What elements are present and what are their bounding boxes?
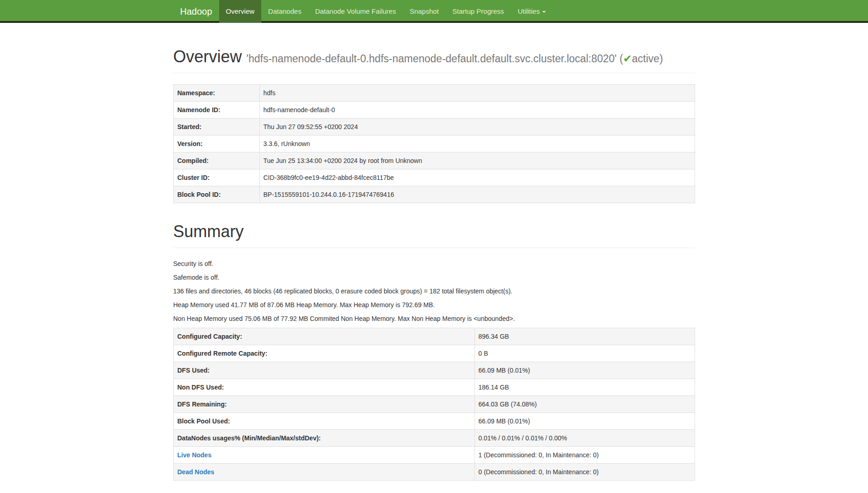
row-label: Dead Nodes — [173, 464, 474, 481]
nav-item-datanode-volume-failures: Datanode Volume Failures — [308, 0, 403, 23]
row-value: 66.09 MB (0.01%) — [474, 362, 695, 379]
table-row: Non DFS Used: 186.14 GB — [173, 379, 695, 396]
row-label: DFS Remaining: — [173, 396, 474, 413]
nav-item-snapshot: Snapshot — [403, 0, 445, 23]
nav-link-snapshot[interactable]: Snapshot — [403, 0, 445, 23]
table-row: Started: Thu Jun 27 09:52:55 +0200 2024 — [173, 119, 695, 135]
cluster-info-table: Namespace: hdfs Namenode ID: hdfs-nameno… — [173, 84, 695, 203]
nav-item-utilities: Utilities — [511, 0, 552, 23]
row-value: 3.3.6, rUnknown — [259, 135, 695, 152]
table-row: Live Nodes 1 (Decommissioned: 0, In Main… — [173, 447, 695, 464]
state-label: active) — [632, 53, 663, 65]
row-label: Live Nodes — [173, 447, 474, 464]
row-value: Thu Jun 27 09:52:55 +0200 2024 — [259, 119, 695, 135]
brand-hadoop[interactable]: Hadoop — [173, 0, 219, 23]
summary-section: Summary Security is off. Safemode is off… — [173, 222, 695, 481]
state-open-paren: ( — [620, 53, 623, 65]
main-nav: Overview Datanodes Datanode Volume Failu… — [219, 0, 553, 23]
nav-item-overview: Overview — [219, 0, 262, 23]
nav-link-overview[interactable]: Overview — [219, 0, 262, 23]
summary-table: Configured Capacity: 896.34 GB Configure… — [173, 328, 695, 481]
summary-line-safemode: Safemode is off. — [173, 273, 695, 282]
row-value: 1 (Decommissioned: 0, In Maintenance: 0) — [474, 447, 695, 464]
row-label: Non DFS Used: — [173, 379, 474, 396]
row-value: 664.03 GB (74.08%) — [474, 396, 695, 413]
table-row: Dead Nodes 0 (Decommissioned: 0, In Main… — [173, 464, 695, 481]
table-row: Version: 3.3.6, rUnknown — [173, 135, 695, 152]
row-label: Compiled: — [173, 152, 259, 169]
table-row: Block Pool Used: 66.09 MB (0.01%) — [173, 413, 695, 430]
live-nodes-link[interactable]: Live Nodes — [178, 451, 212, 459]
row-value: BP-1515559101-10.244.0.16-1719474769416 — [259, 186, 695, 203]
top-navbar: Hadoop Overview Datanodes Datanode Volum… — [0, 0, 868, 23]
nav-link-utilities-dropdown[interactable]: Utilities — [511, 0, 552, 23]
overview-header: Overview 'hdfs-namenode-default-0.hdfs-n… — [173, 47, 695, 73]
row-label: Block Pool ID: — [173, 186, 259, 203]
row-value: Tue Jun 25 13:34:00 +0200 2024 by root f… — [259, 152, 695, 169]
nav-item-startup-progress: Startup Progress — [446, 0, 511, 23]
row-value: hdfs — [259, 85, 695, 102]
table-row: Namespace: hdfs — [173, 85, 695, 102]
table-row: Block Pool ID: BP-1515559101-10.244.0.16… — [173, 186, 695, 203]
navbar-container: Hadoop Overview Datanodes Datanode Volum… — [167, 0, 702, 23]
table-row: Namenode ID: hdfs-namenode-default-0 — [173, 102, 695, 119]
row-value: 0 (Decommissioned: 0, In Maintenance: 0) — [474, 464, 695, 481]
caret-down-icon — [542, 11, 546, 13]
table-row: Compiled: Tue Jun 25 13:34:00 +0200 2024… — [173, 152, 695, 169]
page-content: Overview 'hdfs-namenode-default-0.hdfs-n… — [167, 23, 702, 481]
row-value: 0 B — [474, 345, 695, 362]
row-label: Namespace: — [173, 85, 259, 102]
summary-line-filesystem-objects: 136 files and directories, 46 blocks (46… — [173, 287, 695, 296]
nav-link-datanode-volume-failures[interactable]: Datanode Volume Failures — [308, 0, 403, 23]
row-label: DataNodes usages% (Min/Median/Max/stdDev… — [173, 430, 474, 447]
row-value: 186.14 GB — [474, 379, 695, 396]
summary-header: Summary — [173, 222, 695, 248]
summary-line-security: Security is off. — [173, 259, 695, 268]
check-icon: ✔ — [623, 53, 632, 65]
nav-link-datanodes[interactable]: Datanodes — [261, 0, 308, 23]
table-row: Configured Capacity: 896.34 GB — [173, 328, 695, 345]
summary-line-heap-memory: Heap Memory used 41.77 MB of 87.06 MB He… — [173, 300, 695, 309]
table-row: DataNodes usages% (Min/Median/Max/stdDev… — [173, 430, 695, 447]
row-label: Block Pool Used: — [173, 413, 474, 430]
table-row: Cluster ID: CID-368b9fc0-ee19-4d22-abbd-… — [173, 169, 695, 186]
page-title-text: Overview — [173, 47, 242, 66]
row-value: CID-368b9fc0-ee19-4d22-abbd-84fcec8117be — [259, 169, 695, 186]
table-row: DFS Used: 66.09 MB (0.01%) — [173, 362, 695, 379]
nav-item-datanodes: Datanodes — [261, 0, 308, 23]
page-title: Overview 'hdfs-namenode-default-0.hdfs-n… — [173, 47, 695, 66]
table-row: DFS Remaining: 664.03 GB (74.08%) — [173, 396, 695, 413]
row-label: Cluster ID: — [173, 169, 259, 186]
summary-title: Summary — [173, 222, 695, 241]
namenode-address-text: 'hdfs-namenode-default-0.hdfs-namenode-d… — [247, 53, 617, 65]
row-label: Configured Remote Capacity: — [173, 345, 474, 362]
row-value: hdfs-namenode-default-0 — [259, 102, 695, 119]
namenode-address: 'hdfs-namenode-default-0.hdfs-namenode-d… — [247, 53, 663, 65]
row-label: DFS Used: — [173, 362, 474, 379]
row-label: Started: — [173, 119, 259, 135]
row-label: Version: — [173, 135, 259, 152]
nav-link-startup-progress[interactable]: Startup Progress — [446, 0, 511, 23]
namenode-state: (✔active) — [620, 53, 663, 65]
row-label: Configured Capacity: — [173, 328, 474, 345]
row-label: Namenode ID: — [173, 102, 259, 119]
row-value: 896.34 GB — [474, 328, 695, 345]
dead-nodes-link[interactable]: Dead Nodes — [178, 468, 215, 476]
nav-link-utilities-label: Utilities — [518, 7, 539, 15]
row-value: 0.01% / 0.01% / 0.01% / 0.00% — [474, 430, 695, 447]
summary-line-non-heap-memory: Non Heap Memory used 75.06 MB of 77.92 M… — [173, 314, 695, 323]
row-value: 66.09 MB (0.01%) — [474, 413, 695, 430]
table-row: Configured Remote Capacity: 0 B — [173, 345, 695, 362]
